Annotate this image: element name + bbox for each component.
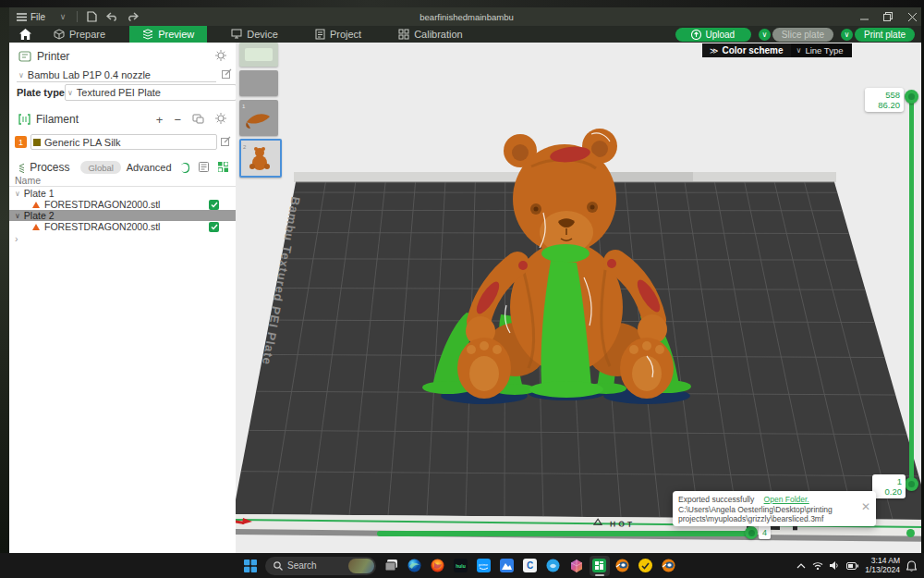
compare-icon[interactable] — [218, 162, 228, 174]
printer-edit-icon[interactable] — [222, 68, 232, 80]
filament-select[interactable]: Generic PLA Silk — [30, 134, 217, 150]
bear-thumb: 2 — [241, 141, 278, 174]
toast-path-line1: C:\Users\Angela Oesterling\Desktop\print… — [678, 505, 870, 515]
ams-sync-icon[interactable] — [192, 114, 204, 126]
prime-video-icon[interactable]: prime — [474, 556, 494, 576]
notification-bell-icon[interactable] — [906, 560, 917, 572]
filament-section-title: Filament — [36, 113, 79, 126]
layer-slider-bottom-handle[interactable] — [905, 477, 918, 491]
task-view-icon[interactable] — [382, 556, 402, 576]
remove-filament-button[interactable]: − — [174, 114, 181, 126]
tab-prepare[interactable]: Prepare — [41, 26, 118, 43]
new-project-icon[interactable] — [81, 7, 102, 26]
firefox-icon[interactable] — [428, 556, 448, 576]
toast-close-icon[interactable]: ✕ — [861, 502, 870, 512]
dragon-thumb: 1 — [239, 100, 278, 136]
plate-thumbnail-1[interactable] — [239, 70, 278, 96]
plate2-expander-icon[interactable]: ∨ — [15, 212, 20, 220]
file2-label: FORESTDRAGON2000.stl — [44, 221, 160, 232]
search-highlight-thumbnail[interactable] — [348, 559, 374, 573]
file1-label: FORESTDRAGON2000.stl — [44, 199, 160, 210]
printer-icon — [18, 51, 31, 62]
preview-icon — [142, 29, 153, 40]
undo-icon[interactable] — [102, 7, 122, 26]
clock[interactable]: 3:14 AM 1/13/2024 — [865, 557, 900, 574]
plate-thumbnail-0[interactable] — [239, 43, 278, 67]
file1-checkbox[interactable] — [209, 200, 219, 210]
upload-label: Upload — [705, 30, 735, 40]
move-slider-end-dot — [906, 529, 915, 537]
move-slider-track[interactable] — [377, 531, 751, 536]
tree-row-file2[interactable]: FORESTDRAGON2000.stl — [9, 221, 236, 232]
process-global-tab[interactable]: Global — [80, 161, 120, 174]
maximize-button[interactable] — [876, 7, 900, 26]
file2-checkbox[interactable] — [209, 222, 219, 232]
advanced-toggle[interactable] — [181, 163, 189, 173]
file-chevron-icon[interactable]: ∨ — [53, 7, 73, 26]
viewport-3d[interactable]: Bambu Textured PEI Plate HOT — [236, 43, 924, 553]
tab-project-label: Project — [330, 29, 361, 40]
calibration-icon — [398, 29, 409, 40]
plate1-label: Plate 1 — [24, 188, 55, 199]
open-folder-link[interactable]: Open Folder. — [764, 495, 809, 504]
plate1-expander-icon[interactable]: ∨ — [15, 190, 20, 198]
bambu-studio-icon[interactable] — [590, 556, 610, 576]
tree-row-expander[interactable]: › — [9, 233, 236, 244]
print-dropdown-icon[interactable]: ∨ — [841, 29, 853, 41]
edge-icon[interactable] — [405, 556, 425, 576]
printer-section-title: Printer — [37, 50, 69, 63]
print-plate-button[interactable]: Print plate — [855, 28, 915, 42]
battery-icon[interactable] — [846, 562, 858, 570]
filament-settings-icon[interactable] — [215, 113, 226, 126]
top-layer-height: 86.20 — [869, 100, 900, 110]
minimize-button[interactable] — [852, 7, 876, 26]
project-icon — [315, 29, 325, 40]
blue-circle-app-icon[interactable] — [543, 556, 564, 576]
redo-icon[interactable] — [122, 7, 142, 26]
scene-canvas: Bambu Textured PEI Plate HOT — [236, 43, 924, 553]
tab-device[interactable]: Device — [218, 26, 291, 43]
desktop-left-strip — [0, 7, 9, 553]
tray-expand-icon[interactable] — [796, 563, 806, 569]
tree-row-file1[interactable]: FORESTDRAGON2000.stl — [9, 199, 236, 210]
tree-row-plate2[interactable]: ∨ Plate 2 — [9, 210, 236, 221]
cube-app-icon[interactable] — [566, 556, 587, 576]
filament-edit-icon[interactable] — [221, 136, 231, 148]
tree-row-plate1[interactable]: ∨ Plate 1 — [9, 188, 236, 199]
move-slider-handle[interactable] — [745, 526, 758, 539]
plate-thumbnail-3-selected[interactable]: 2 — [239, 139, 282, 178]
printer-select-chevron-icon: ∨ — [18, 71, 24, 80]
hulu-icon[interactable]: hulu — [451, 556, 471, 576]
plate-type-label: Plate type — [17, 87, 65, 98]
tab-preview[interactable]: Preview — [129, 26, 207, 43]
line-type-select[interactable]: ∨ Line Type — [791, 43, 853, 57]
layer-slider-track[interactable] — [909, 96, 914, 485]
blender-icon[interactable] — [613, 556, 633, 576]
file-menu[interactable]: File — [9, 7, 53, 26]
home-icon[interactable] — [9, 26, 41, 43]
volume-icon[interactable] — [830, 561, 840, 570]
parameter-list-icon[interactable] — [199, 162, 209, 174]
plate-type-select[interactable]: ∨ Textured PEI Plate — [65, 84, 237, 101]
expand-icon[interactable]: ≫ — [702, 46, 722, 55]
advanced-label: Advanced — [127, 162, 172, 173]
add-filament-button[interactable]: + — [156, 114, 164, 126]
upload-button[interactable]: Upload — [675, 28, 751, 42]
tray-date: 1/13/2024 — [865, 566, 900, 575]
tab-calibration[interactable]: Calibration — [385, 26, 476, 43]
plate-thumbnail-2[interactable]: 1 — [239, 100, 278, 136]
tab-project[interactable]: Project — [302, 26, 374, 43]
printer-select[interactable]: ∨ Bambu Lab P1P 0.4 nozzle — [17, 68, 216, 82]
search-input[interactable]: Search — [265, 557, 376, 575]
cura-icon[interactable]: C — [520, 556, 541, 576]
blender-2-icon[interactable] — [659, 556, 679, 576]
wifi-icon[interactable] — [812, 561, 823, 570]
printer-settings-icon[interactable] — [215, 50, 226, 63]
blue-mountain-app-icon[interactable] — [497, 556, 517, 576]
slice-dropdown-icon[interactable]: ∨ — [759, 29, 771, 41]
slice-plate-button[interactable]: Slice plate — [772, 28, 833, 42]
filament-row[interactable]: 1 Generic PLA Silk — [15, 134, 231, 150]
todo-check-app-icon[interactable] — [636, 556, 656, 576]
layer-slider-top-handle[interactable] — [905, 90, 918, 104]
start-button[interactable] — [240, 556, 261, 576]
